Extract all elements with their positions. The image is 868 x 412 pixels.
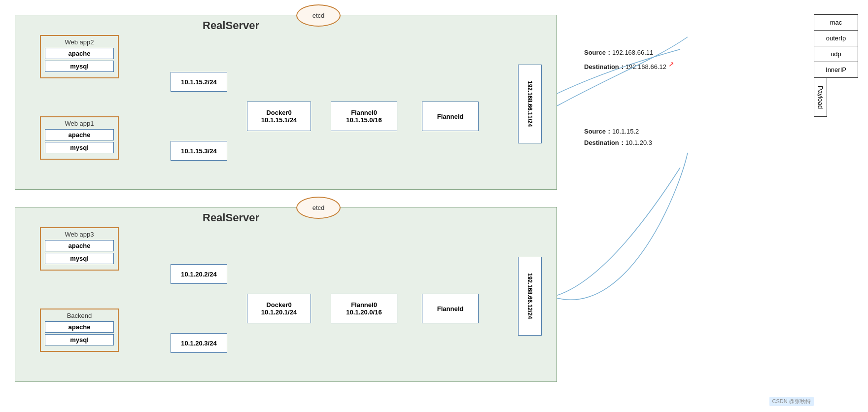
packet-row-udp: udp	[814, 46, 858, 62]
bottom-realserver-box: RealServer etcd Web app3 apache mysql Ba…	[15, 207, 557, 382]
dest2-value: 10.1.20.3	[625, 139, 652, 146]
source2-label: Source：	[584, 128, 612, 135]
dest1-label: Destination：	[584, 64, 625, 71]
webapp1-mysql: mysql	[45, 142, 114, 153]
webapp2-container: Web app2 apache mysql	[40, 35, 119, 78]
source2-value: 10.1.15.2	[612, 128, 639, 135]
webapp3-apache: apache	[45, 240, 114, 251]
packet-row-outerip: outerIp	[814, 30, 858, 46]
bottom-realserver-label: RealServer	[203, 211, 259, 224]
top-etcd-ellipse: etcd	[296, 4, 341, 27]
dest1-value: 192.168.66.12	[625, 64, 666, 71]
top-ip1-box: 10.1.15.2/24	[171, 72, 227, 92]
source1-value: 192.168.66.11	[612, 49, 653, 56]
bottom-docker0-box: Docker0 10.1.20.1/24	[247, 294, 311, 323]
webapp1-label: Web app1	[45, 120, 114, 127]
webapp3-mysql: mysql	[45, 253, 114, 264]
bottom-etcd-ellipse: etcd	[296, 197, 341, 219]
top-realserver-label: RealServer	[203, 19, 259, 32]
packet-row-innerip: InnerIP	[814, 62, 858, 78]
webapp2-mysql: mysql	[45, 61, 114, 72]
bottom-ip-vertical-box: 192.168.66.12/24	[518, 257, 542, 336]
top-ip2-box: 10.1.15.3/24	[171, 141, 227, 161]
packet-row-payload: Payload	[814, 77, 827, 117]
top-ip-vertical-box: 192.168.66.11/24	[518, 65, 542, 143]
source1-label: Source：	[584, 49, 612, 56]
packet-row-mac: mac	[814, 14, 858, 31]
source-dest-info-top: Source：192.168.66.11 Destination：192.168…	[584, 47, 674, 73]
top-flannel0-box: Flannel0 10.1.15.0/16	[331, 102, 397, 131]
source-dest-info-bottom: Source：10.1.15.2 Destination：10.1.20.3	[584, 126, 652, 149]
top-realserver-box: RealServer etcd Web app2 apache mysql We…	[15, 15, 557, 190]
bottom-flanneld-box: Flanneld	[422, 294, 479, 323]
bottom-ip2-box: 10.1.20.3/24	[171, 333, 227, 353]
bottom-flannel0-box: Flannel0 10.1.20.0/16	[331, 294, 397, 323]
top-docker0-box: Docker0 10.1.15.1/24	[247, 102, 311, 131]
webapp1-apache: apache	[45, 129, 114, 140]
backend-label: Backend	[45, 312, 114, 319]
watermark: CSDN @张秋特	[769, 397, 814, 406]
bottom-ip1-box: 10.1.20.2/24	[171, 264, 227, 284]
webapp1-container: Web app1 apache mysql	[40, 116, 119, 160]
backend-container: Backend apache mysql	[40, 309, 119, 352]
webapp2-label: Web app2	[45, 38, 114, 46]
packet-structure-panel: mac outerIp udp InnerIP Payload	[814, 15, 858, 117]
backend-mysql: mysql	[45, 334, 114, 345]
dest2-label: Destination：	[584, 139, 625, 146]
webapp3-container: Web app3 apache mysql	[40, 227, 119, 271]
annotation-arrow: ↗	[668, 60, 674, 68]
webapp2-apache: apache	[45, 48, 114, 59]
top-flanneld-box: Flanneld	[422, 102, 479, 131]
webapp3-label: Web app3	[45, 231, 114, 238]
backend-apache: apache	[45, 321, 114, 333]
